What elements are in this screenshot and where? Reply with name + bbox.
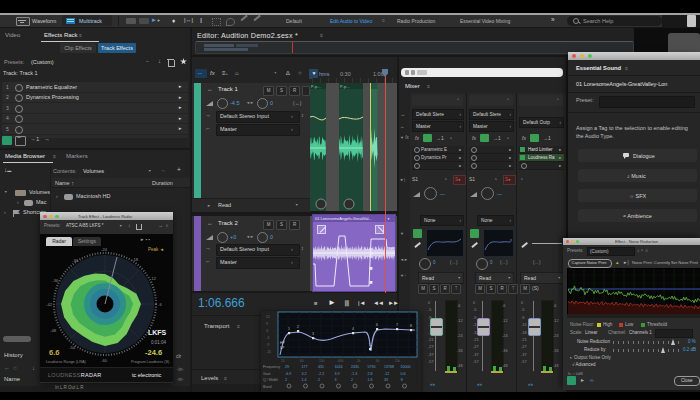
svg-text:Frequency: Frequency (263, 365, 280, 369)
svg-text:-60: -60 (101, 358, 108, 363)
svg-text:431: 431 (318, 365, 324, 369)
svg-text:-18: -18 (132, 257, 139, 262)
svg-text:4: 4 (352, 327, 354, 331)
svg-text:60: 60 (300, 359, 304, 363)
svg-text:-2.2: -2.2 (318, 372, 324, 376)
svg-text:5790: 5790 (368, 365, 376, 369)
svg-text:Gain: Gain (263, 372, 271, 376)
svg-text:6: 6 (376, 323, 378, 327)
svg-text:-30: -30 (72, 258, 79, 263)
svg-text:1.4: 1.4 (302, 378, 307, 382)
svg-text:2: 2 (285, 378, 287, 382)
svg-text:0.6: 0.6 (401, 372, 406, 376)
svg-text:600: 600 (338, 359, 344, 363)
svg-text:-12: -12 (150, 276, 157, 281)
svg-text:Q / Width: Q / Width (263, 378, 278, 382)
svg-text:-6: -6 (158, 302, 162, 307)
svg-text:-24: -24 (101, 247, 108, 252)
svg-text:6k: 6k (376, 359, 380, 363)
svg-text:13768: 13768 (384, 365, 394, 369)
svg-text:3: 3 (312, 332, 314, 336)
svg-text:1.6: 1.6 (368, 378, 373, 382)
svg-text:3: 3 (266, 329, 268, 333)
svg-text:15: 15 (266, 315, 270, 319)
svg-text:2k: 2k (357, 359, 361, 363)
svg-text:5: 5 (369, 343, 371, 347)
svg-text:LP: LP (280, 346, 285, 350)
svg-text:20k: 20k (395, 359, 401, 363)
svg-text:Band: Band (263, 385, 271, 389)
svg-text:-3: -3 (266, 336, 269, 340)
svg-text:P-p...: P-p... (311, 84, 321, 89)
svg-text:9: 9 (266, 322, 268, 326)
svg-text:-9: -9 (266, 343, 269, 347)
svg-text:-36: -36 (52, 278, 59, 283)
svg-text:20: 20 (281, 359, 285, 363)
svg-text:-12: -12 (384, 372, 389, 376)
svg-text:1: 1 (288, 327, 290, 331)
svg-text:2: 2 (318, 378, 320, 382)
svg-text:HP: HP (280, 341, 286, 345)
svg-text:3: 3 (335, 378, 337, 382)
svg-text:2435: 2435 (351, 365, 359, 369)
svg-text:7: 7 (396, 323, 398, 327)
svg-text:177: 177 (302, 365, 308, 369)
svg-text:3.9: 3.9 (335, 372, 340, 376)
svg-text:-6.9: -6.9 (285, 372, 291, 376)
svg-text:-15: -15 (266, 350, 271, 354)
svg-text:-48: -48 (50, 328, 57, 333)
svg-text:8: 8 (410, 324, 412, 328)
svg-text:2.8: 2.8 (368, 372, 373, 376)
svg-text:3.2: 3.2 (302, 372, 307, 376)
svg-text:2: 2 (351, 378, 353, 382)
svg-text:33: 33 (384, 378, 388, 382)
svg-text:S: S (401, 378, 404, 382)
svg-text:-1.3: -1.3 (351, 372, 357, 376)
svg-text:20000: 20000 (401, 365, 411, 369)
svg-text:1024: 1024 (335, 365, 343, 369)
svg-text:P-p...: P-p... (340, 84, 350, 89)
svg-text:-42: -42 (46, 302, 53, 307)
svg-text:200: 200 (319, 359, 325, 363)
svg-text:-54: -54 (69, 345, 76, 350)
svg-text:29: 29 (285, 365, 289, 369)
svg-text:2: 2 (297, 325, 299, 329)
